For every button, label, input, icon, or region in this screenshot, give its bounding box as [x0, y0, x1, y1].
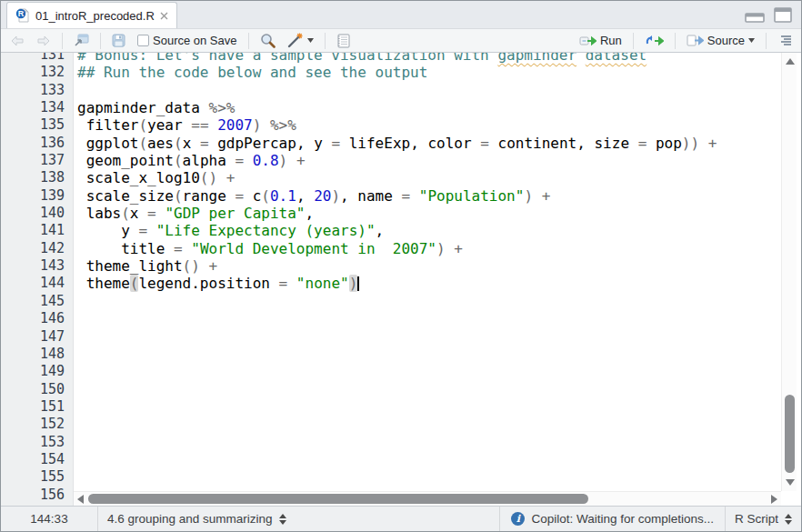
line-number: 144 [1, 275, 65, 292]
status-bar-right: i Copilot: Waiting for completions... R … [499, 507, 801, 531]
line-number: 133 [1, 82, 65, 99]
code-line [77, 434, 781, 451]
line-number: 152 [1, 416, 65, 433]
line-number: 131 [1, 53, 65, 64]
code-line [77, 416, 781, 433]
code-lines: # Bonus: Let's have a sample visualizati… [74, 53, 781, 491]
file-type-updown-icon [785, 514, 792, 525]
gutter: 1311321331341351361371381391401411421431… [1, 53, 74, 506]
line-number: 153 [1, 434, 65, 451]
rstudio-source-pane: R 01_introR_precoded.R [0, 0, 802, 532]
scroll-down-icon[interactable] [786, 479, 795, 486]
line-number: 156 [1, 487, 65, 504]
scope-selector[interactable]: 4.6 grouping and summarizing [98, 512, 296, 526]
code-line [77, 293, 781, 310]
code-line: labs(x = "GDP per Capita", [77, 205, 781, 222]
code-line: title = "World Development in 2007") + [77, 240, 781, 257]
toolbar-separator [100, 33, 101, 49]
pane-buttons [745, 7, 792, 23]
find-replace-icon[interactable] [256, 31, 279, 50]
line-number: 137 [1, 152, 65, 169]
code-line [77, 381, 781, 398]
toolbar-separator [633, 33, 634, 49]
run-label: Run [600, 34, 622, 47]
code-tools-caret-icon [307, 38, 314, 43]
editor-body: 1311321331341351361371381391401411421431… [1, 53, 801, 506]
source-button[interactable]: Source [683, 32, 758, 49]
code-line: ## Run the code below and see the output [77, 64, 781, 81]
code-line: gapminder_data %>% [77, 99, 781, 116]
source-menu-caret-icon [748, 38, 755, 43]
code-tools-wand-icon[interactable] [284, 31, 317, 50]
tab-01-introR-precoded[interactable]: R 01_introR_precoded.R [6, 2, 177, 28]
code-line: ggplot(aes(x = gdpPercap, y = lifeExp, c… [77, 135, 781, 152]
svg-text:R: R [18, 9, 25, 18]
scroll-left-icon[interactable] [77, 495, 84, 504]
cursor-position: 144:33 [1, 507, 98, 531]
editor-center: # Bonus: Let's have a sample visualizati… [74, 53, 801, 506]
line-number: 135 [1, 116, 65, 134]
checkbox-box[interactable] [137, 35, 149, 46]
line-number: 141 [1, 222, 65, 239]
line-number: 134 [1, 99, 65, 116]
scroll-right-icon[interactable] [771, 495, 777, 504]
code-line [77, 328, 781, 346]
horizontal-scrollbar-thumb[interactable] [88, 494, 588, 504]
code-line: y = "Life Expectancy (years)", [77, 222, 781, 239]
save-icon[interactable] [108, 32, 129, 49]
source-icon [687, 35, 704, 46]
line-number: 143 [1, 257, 65, 275]
vertical-scrollbar-thumb[interactable] [785, 395, 795, 473]
toolbar-separator [248, 33, 249, 49]
run-button[interactable]: Run [576, 32, 626, 49]
scope-label: 4.6 grouping and summarizing [107, 512, 273, 526]
horizontal-scrollbar[interactable] [74, 491, 781, 506]
line-number: 151 [1, 398, 65, 416]
tab-bar: R 01_introR_precoded.R [1, 1, 801, 28]
document-outline-icon[interactable] [774, 33, 796, 48]
code-line [77, 398, 781, 416]
code-line [77, 310, 781, 327]
rerun-previous-icon[interactable] [641, 33, 667, 48]
toolbar-separator [675, 33, 676, 49]
copilot-status-text: Copilot: Waiting for completions... [531, 512, 714, 526]
source-label: Source [707, 34, 745, 47]
line-number: 132 [1, 64, 65, 81]
vertical-scrollbar[interactable] [781, 53, 797, 491]
maximize-pane-icon[interactable] [774, 7, 792, 23]
forward-icon[interactable] [33, 34, 55, 48]
source-on-save-checkbox[interactable]: Source on Save [134, 32, 241, 49]
line-numbers: 1311321331341351361371381391401411421431… [1, 53, 73, 506]
code-editor[interactable]: # Bonus: Let's have a sample visualizati… [74, 53, 781, 491]
code-line [77, 468, 781, 486]
code-line [77, 82, 781, 99]
toolbar-separator [325, 33, 326, 49]
minimize-pane-icon[interactable] [745, 8, 765, 23]
line-number: 148 [1, 346, 65, 363]
code-line [77, 451, 781, 468]
line-number: 154 [1, 451, 65, 468]
code-line: theme_light() + [77, 257, 781, 275]
tab-title: 01_introR_precoded.R [35, 9, 155, 23]
line-number: 139 [1, 187, 65, 205]
text-cursor [357, 276, 359, 291]
line-number: 149 [1, 363, 65, 380]
code-line: scale_x_log10() + [77, 169, 781, 186]
code-line [77, 346, 781, 363]
toolbar-separator [766, 33, 767, 49]
code-line: scale_size(range = c(0.1, 20), name = "P… [77, 187, 781, 205]
compile-report-icon[interactable] [333, 32, 354, 50]
show-in-new-window-icon[interactable] [70, 32, 93, 49]
line-number: 155 [1, 468, 65, 486]
tab-close-icon[interactable] [160, 12, 168, 20]
line-number: 147 [1, 328, 65, 346]
file-type-selector[interactable]: R Script [725, 507, 801, 531]
source-on-save-label: Source on Save [153, 34, 237, 47]
status-bar: 144:33 4.6 grouping and summarizing i Co… [1, 506, 801, 531]
back-icon[interactable] [6, 34, 28, 48]
toolbar-separator [62, 33, 63, 49]
scroll-up-icon[interactable] [786, 58, 795, 65]
line-number: 142 [1, 240, 65, 257]
editor-top-row: # Bonus: Let's have a sample visualizati… [74, 53, 801, 491]
file-type-label: R Script [735, 512, 778, 526]
